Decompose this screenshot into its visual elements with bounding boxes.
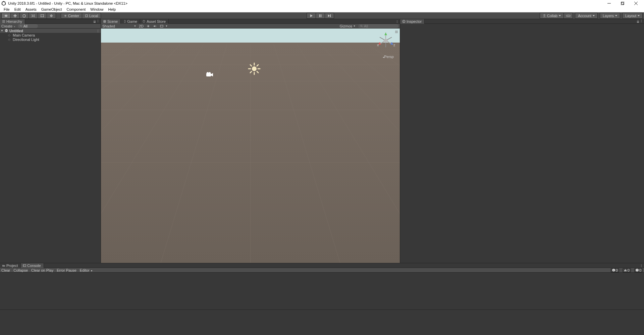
collab-button[interactable]: Collab (540, 13, 564, 19)
step-button[interactable] (325, 13, 334, 19)
clear-button[interactable]: Clear (1, 268, 10, 272)
play-button[interactable] (307, 13, 316, 19)
svg-rect-18 (94, 21, 96, 23)
maximize-button[interactable] (616, 0, 629, 7)
panel-options-icon[interactable] (640, 19, 643, 22)
console-details[interactable] (0, 310, 644, 335)
svg-line-37 (320, 44, 400, 263)
lighting-toggle[interactable] (146, 24, 150, 28)
menu-help[interactable]: Help (106, 7, 118, 11)
svg-line-33 (274, 44, 340, 263)
console-tab[interactable]: Console (21, 263, 44, 268)
svg-rect-59 (637, 21, 639, 23)
pivot-center-button[interactable]: Center (61, 13, 82, 19)
hierarchy-search[interactable]: All (18, 24, 38, 28)
error-pause-button[interactable]: Error Pause (57, 268, 76, 272)
shading-mode-dropdown[interactable]: Shaded▼ (102, 24, 136, 28)
fx-toggle[interactable]: ▼ (160, 24, 168, 28)
gizmos-dropdown[interactable]: Gizmos ▼ (340, 24, 356, 28)
camera-gizmo-icon[interactable] (206, 71, 214, 77)
gameobject-icon: ◇ (8, 34, 12, 37)
scene-panel: Scene Game Asset Store Shaded▼ 2D ▼ (101, 19, 400, 263)
pause-button[interactable] (316, 13, 325, 19)
scene-icon (103, 20, 106, 23)
menu-gameobject[interactable]: GameObject (39, 7, 64, 11)
panel-options-icon[interactable] (396, 20, 398, 23)
project-tab[interactable]: Project (0, 263, 21, 268)
layout-button[interactable]: Layout (622, 13, 643, 19)
svg-rect-15 (319, 14, 320, 17)
svg-point-8 (43, 14, 44, 15)
panel-options-icon[interactable] (97, 19, 99, 22)
scene-viewport[interactable]: x z ◂Persp (101, 29, 400, 263)
scene-options-icon[interactable] (97, 30, 99, 32)
svg-rect-57 (404, 20, 404, 21)
create-dropdown[interactable]: Create ▼ (1, 24, 16, 28)
search-placeholder: All (364, 24, 368, 28)
svg-line-50 (257, 65, 258, 66)
warn-count-toggle[interactable]: 0 (623, 268, 631, 272)
2d-toggle[interactable]: 2D (139, 24, 144, 28)
menu-file[interactable]: File (1, 7, 12, 11)
menu-edit[interactable]: Edit (12, 7, 23, 11)
svg-rect-58 (404, 21, 404, 22)
svg-rect-16 (321, 14, 321, 17)
cloud-button[interactable] (564, 13, 573, 19)
hierarchy-item[interactable]: ◇ Main Camera (0, 33, 101, 37)
minimize-button[interactable] (602, 0, 616, 7)
scene-search[interactable]: All (358, 24, 398, 28)
audio-toggle[interactable] (153, 24, 157, 28)
inspector-tab[interactable]: Inspector (400, 19, 425, 24)
asset-store-tab[interactable]: Asset Store (140, 19, 169, 24)
game-tab[interactable]: Game (121, 19, 140, 24)
svg-point-52 (207, 72, 209, 74)
scene-tab-label: Scene (107, 19, 118, 23)
unity-logo-icon (1, 1, 6, 6)
panel-options-icon[interactable] (640, 264, 643, 267)
hand-tool-button[interactable] (1, 13, 11, 19)
pivot-local-label: Local (89, 14, 98, 18)
rect-tool-button[interactable] (38, 13, 47, 19)
hierarchy-tab[interactable]: Hierarchy (0, 19, 25, 24)
project-tab-label: Project (6, 264, 18, 268)
asset-store-tab-label: Asset Store (147, 19, 166, 23)
svg-rect-66 (637, 269, 637, 270)
move-tool-button[interactable] (10, 13, 20, 19)
search-icon (360, 24, 363, 28)
perspective-label[interactable]: ◂Persp (383, 55, 394, 59)
svg-rect-55 (383, 38, 388, 43)
layout-label: Layout (625, 14, 636, 18)
menu-assets[interactable]: Assets (23, 7, 39, 11)
panel-lock-icon[interactable] (637, 19, 639, 23)
collapse-button[interactable]: Collapse (13, 268, 28, 272)
console-messages[interactable] (0, 273, 644, 310)
hierarchy-icon (2, 20, 5, 23)
menu-component[interactable]: Component (64, 7, 88, 11)
close-button[interactable] (629, 0, 643, 7)
layers-button[interactable]: Layers (600, 13, 620, 19)
svg-line-47 (250, 65, 252, 66)
svg-point-19 (20, 25, 21, 26)
orientation-gizmo[interactable]: x z (376, 31, 396, 51)
account-button[interactable]: Account (575, 13, 598, 19)
collab-label: Collab (547, 14, 557, 18)
error-count-toggle[interactable]: 0 (634, 268, 643, 272)
info-count-toggle[interactable]: 0 (611, 268, 619, 272)
hierarchy-scene-row[interactable]: ▼ Untitled (0, 29, 101, 33)
scene-tab[interactable]: Scene (101, 19, 121, 24)
account-label: Account (578, 14, 591, 18)
svg-rect-2 (622, 2, 624, 4)
editor-dropdown[interactable]: Editor ▼ (80, 268, 93, 272)
clear-on-play-button[interactable]: Clear on Play (31, 268, 53, 272)
svg-point-21 (148, 25, 149, 27)
hierarchy-item[interactable]: ◇ Directional Light (0, 37, 101, 42)
scale-tool-button[interactable] (29, 13, 38, 19)
rotate-tool-button[interactable] (19, 13, 29, 19)
directional-light-gizmo-icon[interactable] (248, 62, 261, 75)
expand-arrow-icon[interactable]: ▼ (1, 29, 4, 32)
transform-tool-button[interactable] (47, 13, 56, 19)
svg-point-10 (43, 16, 44, 17)
pivot-local-button[interactable]: Local (82, 13, 101, 19)
panel-lock-icon[interactable] (93, 19, 96, 23)
menu-window[interactable]: Window (88, 7, 106, 11)
